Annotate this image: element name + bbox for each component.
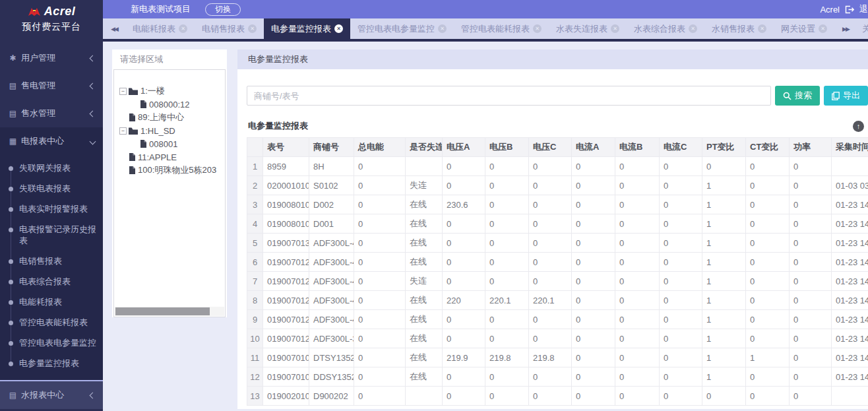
tab-close-icon[interactable]: ✕ [611, 24, 619, 33]
collapse-toggle-icon[interactable]: − [119, 127, 127, 135]
tree-node[interactable]: 11:APPLE [119, 150, 224, 164]
tab-close-icon[interactable]: ✕ [533, 24, 542, 33]
sidebar-item[interactable]: ▤售水管理 [0, 100, 103, 127]
sidebar-subitem-label: 管控电表能耗报表 [19, 317, 88, 327]
sidebar-subitem[interactable]: 电表综合报表 [0, 271, 103, 292]
tab[interactable]: 电销售报表✕ [195, 18, 264, 39]
table-cell: 0 [485, 214, 529, 234]
table-cell: 0 [615, 329, 660, 348]
table-cell: 0 [529, 253, 572, 272]
tab-close-icon[interactable]: ✕ [179, 24, 187, 33]
sidebar-item[interactable]: ✱用户管理 [0, 44, 103, 72]
sidebar-subitem[interactable]: 电销售报表 [0, 251, 103, 271]
sidebar-item[interactable]: ▤水报表中心 [0, 381, 103, 409]
close-tabs-menu[interactable]: 关闭 [857, 18, 868, 39]
tab[interactable]: 电参量监控报表✕ [264, 18, 350, 39]
column-header: 表号 [263, 138, 309, 157]
table-cell: 0 [790, 157, 832, 176]
tree-node[interactable]: 008001 [119, 137, 224, 150]
tree-node[interactable]: −1:HL_SD [119, 124, 224, 137]
tree-node-label: 008000:12 [149, 100, 189, 110]
tab-close-icon[interactable]: ✕ [248, 24, 257, 33]
shop-meter-search-input[interactable] [247, 86, 771, 106]
sidebar-subitem[interactable]: 电表报警记录历史报表 [0, 219, 103, 251]
tree-panel-title: 请选择区域 [112, 49, 227, 69]
table-cell: 0 [746, 195, 790, 214]
switch-project-button[interactable]: 切换 [205, 3, 241, 16]
table-cell: ADF300L-4 [309, 272, 354, 291]
export-button[interactable]: 导出 [824, 86, 868, 106]
tree-horizontal-scrollbar[interactable] [115, 307, 210, 315]
tab-close-icon[interactable]: ✕ [438, 24, 447, 33]
sidebar-subitem[interactable]: 电表实时报警报表 [0, 199, 103, 219]
table-cell: 019007010 [263, 367, 309, 387]
table-cell: 019007010 [263, 348, 309, 367]
table-cell: 0 [746, 214, 790, 234]
table-cell: 0 [790, 272, 832, 291]
tree-node[interactable]: 100:明珠物业5栋203 [119, 164, 224, 177]
tree-node[interactable]: 008000:12 [119, 98, 224, 111]
logout-icon[interactable] [845, 5, 854, 14]
tree-node[interactable]: 89:上海中心 [119, 111, 224, 124]
table-cell [832, 387, 868, 406]
collapse-up-icon[interactable]: ↑ [853, 121, 864, 132]
tab[interactable]: 水表失连报表✕ [549, 18, 627, 39]
tab[interactable]: 管控电表能耗报表✕ [454, 18, 549, 39]
table-cell: 1 [746, 348, 790, 367]
tabs-scroll-right-icon[interactable]: ▶▶ [834, 18, 857, 39]
table-cell: 1 [702, 272, 746, 291]
tree-node[interactable]: −1:一楼 [119, 84, 224, 98]
sidebar-item-label: 用户管理 [21, 52, 90, 64]
table-cell: 1 [702, 310, 746, 329]
table-cell: 0 [615, 195, 660, 214]
table-cell: 0 [790, 387, 832, 406]
table-cell: 0 [529, 195, 572, 214]
table-cell: 0 [529, 176, 572, 195]
tab[interactable]: 水表综合报表✕ [627, 18, 704, 39]
row-index-cell: 5 [247, 234, 263, 253]
sidebar-subitem[interactable]: 电能耗报表 [0, 292, 103, 312]
sidebar-item[interactable]: ▤售电管理 [0, 72, 103, 100]
table-cell: 0 [529, 234, 572, 253]
tab[interactable]: 水销售报表✕ [704, 18, 774, 39]
table-cell: 0 [615, 291, 660, 310]
tabs-scroll-left-icon[interactable]: ◀◀ [103, 18, 125, 39]
sidebar-subitem[interactable]: 失联网关报表 [0, 158, 103, 178]
sidebar-item[interactable]: ▦电报表中心 [0, 127, 103, 155]
table-cell: 220.1 [529, 291, 572, 310]
sidebar-subitem[interactable]: 管控电表能耗报表 [0, 312, 103, 332]
table-cell: 019008010 [263, 214, 309, 234]
table-cell: 01-23 14: [832, 195, 868, 214]
table-cell: 0 [354, 329, 406, 348]
sidebar-item-label: 电报表中心 [21, 135, 90, 147]
tree-node-label: 1:一楼 [140, 85, 165, 97]
username: Acrel [820, 5, 840, 15]
table-cell: 0 [529, 214, 572, 234]
table-cell: 0 [615, 387, 660, 406]
sidebar-subitem[interactable]: 管控电表电参量监控 [0, 332, 103, 353]
table-cell: 0 [485, 157, 529, 176]
collapse-toggle-icon[interactable]: − [119, 88, 127, 95]
sidebar-subitem[interactable]: 失联电表报表 [0, 178, 103, 199]
tab-close-icon[interactable]: ✕ [819, 24, 827, 33]
tab[interactable]: 管控电表电参量监控✕ [350, 18, 454, 39]
table-cell: 在线 [406, 348, 443, 367]
table-cell: 01-23 14: [832, 291, 868, 310]
table-cell: 0 [572, 176, 615, 195]
tab[interactable]: 网关设置✕ [774, 18, 834, 39]
search-button[interactable]: 搜索 [775, 86, 820, 106]
sidebar-subitem[interactable]: 电参量监控报表 [0, 353, 103, 373]
table-cell: DDSY1352 [309, 367, 354, 387]
sidebar-subitem-label: 电表实时报警报表 [19, 204, 88, 214]
tab-close-icon[interactable]: ✕ [334, 24, 343, 33]
table-cell: 0 [615, 253, 660, 272]
tab-close-icon[interactable]: ✕ [689, 24, 697, 33]
table-cell: 0 [572, 272, 615, 291]
tab-close-icon[interactable]: ✕ [758, 24, 766, 33]
user-icon: ✱ [8, 53, 18, 63]
sidebar-subitem-label: 电能耗报表 [19, 297, 62, 307]
logout-label[interactable]: 退 [859, 3, 868, 15]
tab[interactable]: 电能耗报表✕ [125, 18, 195, 39]
table-cell: ADF300L-4 [309, 310, 354, 329]
table-cell: 0 [746, 176, 790, 195]
